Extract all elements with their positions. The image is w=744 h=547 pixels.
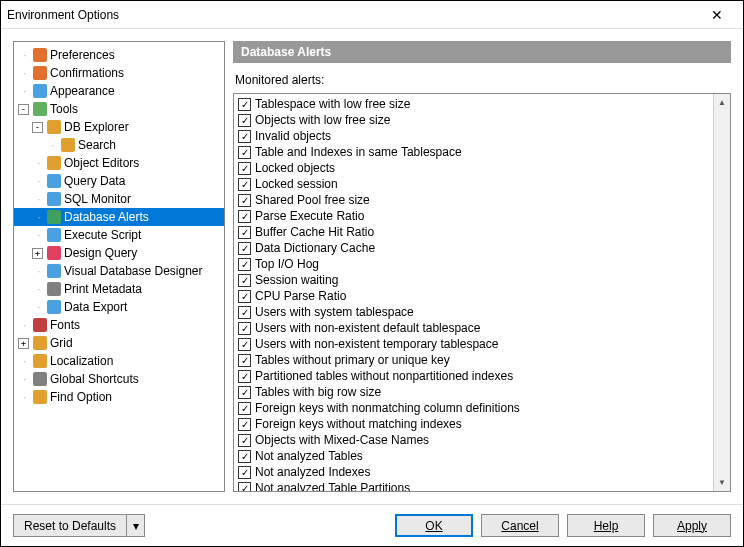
tree-item-visual-database-designer[interactable]: ·Visual Database Designer <box>14 262 224 280</box>
tree-item-grid[interactable]: +Grid <box>14 334 224 352</box>
alert-row[interactable]: Partitioned tables without nonpartitione… <box>238 368 709 384</box>
tree-item-query-data[interactable]: ·Query Data <box>14 172 224 190</box>
alert-checkbox[interactable] <box>238 242 251 255</box>
alert-row[interactable]: Buffer Cache Hit Ratio <box>238 224 709 240</box>
content-panel: Database Alerts Monitored alerts: Tables… <box>233 41 731 492</box>
tree-item-confirmations[interactable]: ·Confirmations <box>14 64 224 82</box>
tree-item-print-metadata[interactable]: ·Print Metadata <box>14 280 224 298</box>
alert-checkbox[interactable] <box>238 162 251 175</box>
alert-checkbox[interactable] <box>238 306 251 319</box>
tree-item-execute-script[interactable]: ·Execute Script <box>14 226 224 244</box>
tree-item-label: Object Editors <box>64 156 139 170</box>
alert-row[interactable]: Foreign keys with nonmatching column def… <box>238 400 709 416</box>
alert-checkbox[interactable] <box>238 402 251 415</box>
alert-label: Locked objects <box>255 161 335 175</box>
alert-checkbox[interactable] <box>238 482 251 492</box>
alert-checkbox[interactable] <box>238 274 251 287</box>
tree-item-sql-monitor[interactable]: ·SQL Monitor <box>14 190 224 208</box>
alert-checkbox[interactable] <box>238 194 251 207</box>
alert-row[interactable]: Invalid objects <box>238 128 709 144</box>
alert-row[interactable]: Objects with low free size <box>238 112 709 128</box>
expand-icon[interactable]: + <box>18 338 29 349</box>
tree-item-appearance[interactable]: ·Appearance <box>14 82 224 100</box>
scroll-up-icon[interactable]: ▲ <box>715 94 730 111</box>
tree-item-label: Appearance <box>50 84 115 98</box>
alert-checkbox[interactable] <box>238 434 251 447</box>
tree-item-find-option[interactable]: ·Find Option <box>14 388 224 406</box>
tree-item-object-editors[interactable]: ·Object Editors <box>14 154 224 172</box>
cancel-button[interactable]: Cancel <box>481 514 559 537</box>
alert-row[interactable]: Tables with big row size <box>238 384 709 400</box>
alert-row[interactable]: Session waiting <box>238 272 709 288</box>
tree-item-global-shortcuts[interactable]: ·Global Shortcuts <box>14 370 224 388</box>
alert-row[interactable]: Table and Indexes in same Tablespace <box>238 144 709 160</box>
alert-checkbox[interactable] <box>238 210 251 223</box>
scroll-down-icon[interactable]: ▼ <box>715 474 730 491</box>
alert-checkbox[interactable] <box>238 178 251 191</box>
alert-checkbox[interactable] <box>238 114 251 127</box>
alert-checkbox[interactable] <box>238 418 251 431</box>
alert-checkbox[interactable] <box>238 338 251 351</box>
alert-row[interactable]: Top I/O Hog <box>238 256 709 272</box>
collapse-icon[interactable]: - <box>32 122 43 133</box>
alert-row[interactable]: Not analyzed Tables <box>238 448 709 464</box>
visual-icon <box>46 263 62 279</box>
alert-row[interactable]: Not analyzed Table Partitions <box>238 480 709 491</box>
design-icon <box>46 245 62 261</box>
alert-checkbox[interactable] <box>238 370 251 383</box>
alert-row[interactable]: Foreign keys without matching indexes <box>238 416 709 432</box>
alert-label: Users with non-existent temporary tables… <box>255 337 498 351</box>
alert-checkbox[interactable] <box>238 258 251 271</box>
alert-row[interactable]: CPU Parse Ratio <box>238 288 709 304</box>
alert-checkbox[interactable] <box>238 354 251 367</box>
tree-item-data-export[interactable]: ·Data Export <box>14 298 224 316</box>
alert-label: Data Dictionary Cache <box>255 241 375 255</box>
tree-item-design-query[interactable]: +Design Query <box>14 244 224 262</box>
tree-item-label: Visual Database Designer <box>64 264 203 278</box>
reset-defaults-button[interactable]: Reset to Defaults <box>13 514 127 537</box>
scrollbar[interactable]: ▲ ▼ <box>713 94 730 491</box>
tree-item-label: Fonts <box>50 318 80 332</box>
alert-label: Users with non-existent default tablespa… <box>255 321 480 335</box>
close-button[interactable]: ✕ <box>697 3 737 27</box>
collapse-icon[interactable]: - <box>18 104 29 115</box>
alert-row[interactable]: Users with non-existent default tablespa… <box>238 320 709 336</box>
alert-checkbox[interactable] <box>238 146 251 159</box>
alert-row[interactable]: Locked objects <box>238 160 709 176</box>
reset-defaults-dropdown[interactable]: ▾ <box>127 514 145 537</box>
alert-row[interactable]: Not analyzed Indexes <box>238 464 709 480</box>
tree-item-fonts[interactable]: ·Fonts <box>14 316 224 334</box>
alert-row[interactable]: Shared Pool free size <box>238 192 709 208</box>
alert-checkbox[interactable] <box>238 450 251 463</box>
alert-checkbox[interactable] <box>238 130 251 143</box>
tree-item-preferences[interactable]: ·Preferences <box>14 46 224 64</box>
alert-checkbox[interactable] <box>238 386 251 399</box>
alert-row[interactable]: Users with non-existent temporary tables… <box>238 336 709 352</box>
alert-label: Users with system tablespace <box>255 305 414 319</box>
alert-row[interactable]: Tablespace with low free size <box>238 96 709 112</box>
alert-row[interactable]: Locked session <box>238 176 709 192</box>
alert-row[interactable]: Parse Execute Ratio <box>238 208 709 224</box>
tree-item-db-explorer[interactable]: -DB Explorer <box>14 118 224 136</box>
alert-row[interactable]: Objects with Mixed-Case Names <box>238 432 709 448</box>
tree-item-tools[interactable]: -Tools <box>14 100 224 118</box>
alert-checkbox[interactable] <box>238 98 251 111</box>
alert-row[interactable]: Users with system tablespace <box>238 304 709 320</box>
tree-item-search[interactable]: ·Search <box>14 136 224 154</box>
alert-checkbox[interactable] <box>238 466 251 479</box>
tree-item-localization[interactable]: ·Localization <box>14 352 224 370</box>
alert-checkbox[interactable] <box>238 226 251 239</box>
ok-button[interactable]: OK <box>395 514 473 537</box>
alert-row[interactable]: Tables without primary or unique key <box>238 352 709 368</box>
tree-item-database-alerts[interactable]: ·Database Alerts <box>14 208 224 226</box>
alert-checkbox[interactable] <box>238 322 251 335</box>
alert-row[interactable]: Data Dictionary Cache <box>238 240 709 256</box>
nav-tree[interactable]: ·Preferences·Confirmations·Appearance-To… <box>13 41 225 492</box>
tree-item-label: Print Metadata <box>64 282 142 296</box>
help-button[interactable]: Help <box>567 514 645 537</box>
alert-checkbox[interactable] <box>238 290 251 303</box>
alerts-list[interactable]: Tablespace with low free sizeObjects wit… <box>234 94 713 491</box>
apply-button[interactable]: Apply <box>653 514 731 537</box>
alert-label: Invalid objects <box>255 129 331 143</box>
expand-icon[interactable]: + <box>32 248 43 259</box>
